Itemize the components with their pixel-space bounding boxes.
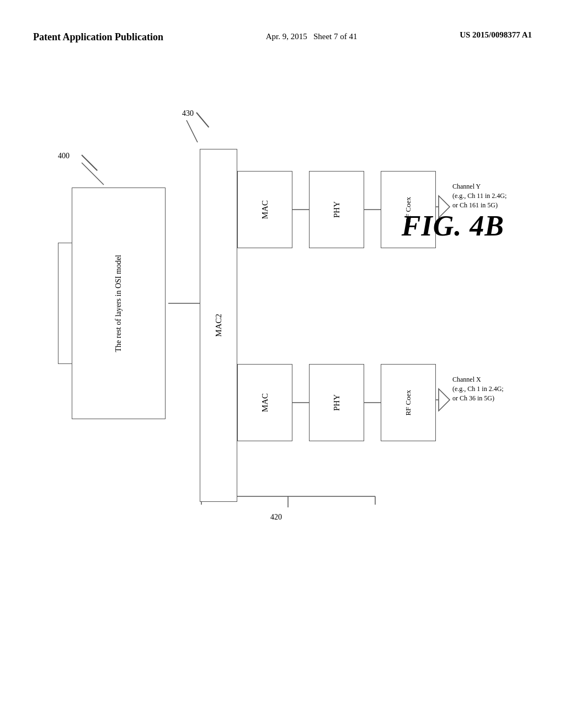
svg-line-1 [186, 120, 198, 142]
mac-bot-label: MAC [260, 393, 270, 412]
rfcoex-bot-box: RF Coex [381, 364, 436, 441]
mac-top-label: MAC [260, 200, 270, 219]
svg-marker-14 [439, 389, 450, 411]
ref-430-label: 430 [182, 109, 194, 118]
mac-bot-box: MAC [237, 364, 292, 441]
phy-bot-box: PHY [309, 364, 364, 441]
phy-bot-label: PHY [332, 394, 342, 411]
fig-label: FIG. 4B [402, 210, 504, 242]
rest-of-layers-label: The rest of layers in OSI model [114, 255, 123, 352]
ref-430-arrow [196, 112, 209, 127]
publication-title: Patent Application Publication [33, 30, 163, 44]
mac2-box: MAC2 [200, 149, 237, 502]
sheet-info: Apr. 9, 2015 Sheet 7 of 41 [266, 30, 358, 43]
channel-x-label: Channel X (e.g., Ch 1 in 2.4G; or Ch 36 … [452, 375, 504, 403]
rest-of-layers-box: The rest of layers in OSI model [72, 188, 166, 419]
ref-420-label: 420 [270, 513, 282, 522]
rfcoex-bot-label: RF Coex [404, 390, 413, 416]
patent-number: US 2015/0098377 A1 [460, 30, 532, 40]
ref-400-label: 400 [58, 152, 70, 160]
ref-400-arrow [81, 154, 98, 171]
phy-top-label: PHY [332, 201, 342, 218]
mac2-label: MAC2 [214, 314, 223, 337]
channel-y-label: Channel Y (e.g., Ch 11 in 2.4G; or Ch 16… [452, 182, 507, 210]
page-header: Patent Application Publication Apr. 9, 2… [0, 30, 565, 44]
phy-top-box: PHY [309, 171, 364, 248]
mac-top-box: MAC [237, 171, 292, 248]
